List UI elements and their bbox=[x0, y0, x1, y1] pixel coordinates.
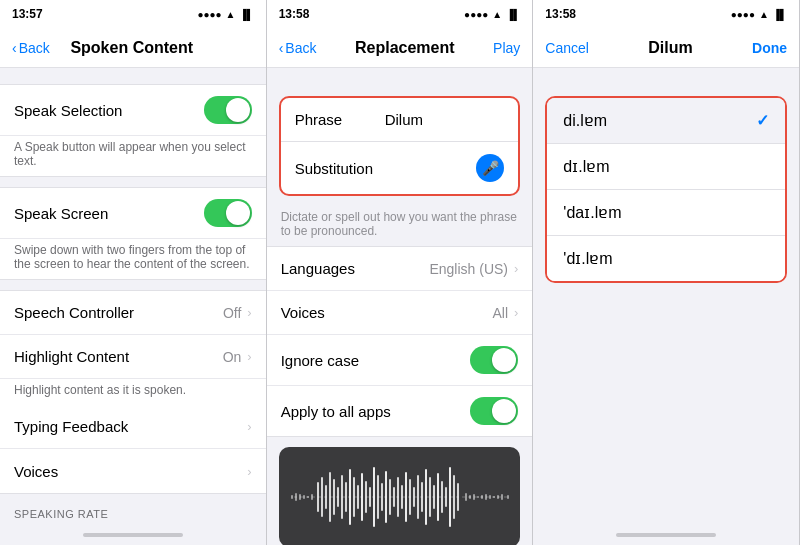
phrase-value[interactable]: Dilum bbox=[385, 111, 505, 128]
voices-label: Voices bbox=[14, 463, 58, 480]
chevron-highlight: › bbox=[247, 349, 251, 364]
voices-label-2: Voices bbox=[281, 304, 325, 321]
status-icons-1: ●●●● ▲ ▐▌ bbox=[197, 9, 253, 20]
svg-rect-3 bbox=[299, 494, 301, 500]
speech-controller-value: Off bbox=[223, 305, 241, 321]
row-speak-selection[interactable]: Speak Selection bbox=[0, 85, 266, 136]
speak-screen-toggle[interactable] bbox=[204, 199, 252, 227]
svg-rect-37 bbox=[437, 473, 439, 521]
picker-item-3[interactable]: 'daɪ.lɐm bbox=[547, 190, 785, 236]
apply-all-toggle[interactable] bbox=[470, 397, 518, 425]
nav-bar-3: Cancel Dilum Done bbox=[533, 28, 799, 68]
back-label-1: Back bbox=[19, 40, 50, 56]
svg-rect-35 bbox=[429, 477, 431, 517]
svg-rect-42 bbox=[457, 483, 459, 511]
svg-rect-53 bbox=[507, 495, 509, 499]
speak-selection-toggle[interactable] bbox=[204, 96, 252, 124]
picker-item-4[interactable]: 'dɪ.lɐm bbox=[547, 236, 785, 281]
row-apply-all[interactable]: Apply to all apps bbox=[267, 386, 533, 436]
svg-rect-14 bbox=[345, 482, 347, 512]
home-indicator-1 bbox=[0, 525, 266, 545]
time-3: 13:58 bbox=[545, 7, 576, 21]
row-voices2[interactable]: Voices All › bbox=[267, 291, 533, 335]
row-typing-feedback[interactable]: Typing Feedback › bbox=[0, 405, 266, 449]
waveform-container bbox=[279, 447, 521, 545]
svg-rect-22 bbox=[377, 475, 379, 519]
svg-rect-6 bbox=[311, 494, 313, 500]
row-voices[interactable]: Voices › bbox=[0, 449, 266, 493]
picker-list: di.lɐm ✓ dɪ.lɐm 'daɪ.lɐm 'dɪ.lɐm bbox=[545, 96, 787, 283]
waveform-svg bbox=[289, 457, 511, 537]
svg-rect-36 bbox=[433, 485, 435, 509]
highlight-label: Highlight Content bbox=[14, 348, 129, 365]
nav-bar-2: ‹ Back Replacement Play bbox=[267, 28, 533, 68]
content-2: Phrase Dilum Substitution 🎤 Dictate or s… bbox=[267, 68, 533, 545]
substitution-label: Substitution bbox=[295, 160, 385, 177]
battery-icon-3: ▐▌ bbox=[773, 9, 787, 20]
voices-value: All bbox=[492, 305, 508, 321]
svg-rect-50 bbox=[493, 496, 495, 498]
row-highlight-content[interactable]: Highlight Content On › bbox=[0, 335, 266, 379]
back-label-2: Back bbox=[285, 40, 316, 56]
status-bar-3: 13:58 ●●●● ▲ ▐▌ bbox=[533, 0, 799, 28]
svg-rect-34 bbox=[425, 469, 427, 525]
phrase-label: Phrase bbox=[295, 111, 385, 128]
nav-title-3: Dilum bbox=[648, 39, 692, 57]
svg-rect-49 bbox=[489, 495, 491, 499]
row-speech-controller[interactable]: Speech Controller Off › bbox=[0, 291, 266, 335]
svg-rect-20 bbox=[369, 487, 371, 507]
content-1: Speak Selection A Speak button will appe… bbox=[0, 68, 266, 525]
back-button-2[interactable]: ‹ Back bbox=[279, 40, 317, 56]
highlight-subtitle: Highlight content as it is spoken. bbox=[0, 379, 266, 405]
svg-rect-17 bbox=[357, 485, 359, 509]
row-speak-screen[interactable]: Speak Screen bbox=[0, 188, 266, 239]
svg-rect-5 bbox=[307, 496, 309, 498]
chevron-voices: › bbox=[247, 464, 251, 479]
picker-item-1[interactable]: di.lɐm ✓ bbox=[547, 98, 785, 144]
row-languages[interactable]: Languages English (US) › bbox=[267, 247, 533, 291]
typing-feedback-label: Typing Feedback bbox=[14, 418, 128, 435]
ignore-case-toggle[interactable] bbox=[470, 346, 518, 374]
highlight-right: On › bbox=[223, 349, 252, 365]
svg-rect-46 bbox=[477, 496, 479, 498]
status-icons-3: ●●●● ▲ ▐▌ bbox=[731, 9, 787, 20]
svg-rect-13 bbox=[341, 475, 343, 519]
back-button-1[interactable]: ‹ Back bbox=[12, 40, 50, 56]
svg-rect-29 bbox=[405, 472, 407, 522]
picker-item-2-text: dɪ.lɐm bbox=[563, 157, 609, 176]
ignore-case-label: Ignore case bbox=[281, 352, 359, 369]
checkmark-icon: ✓ bbox=[756, 111, 769, 130]
battery-icon-2: ▐▌ bbox=[506, 9, 520, 20]
time-1: 13:57 bbox=[12, 7, 43, 21]
replacement-form: Phrase Dilum Substitution 🎤 bbox=[279, 96, 521, 196]
nav-title-2: Replacement bbox=[355, 39, 455, 57]
apply-all-label: Apply to all apps bbox=[281, 403, 391, 420]
signal-icon-3: ●●●● bbox=[731, 9, 755, 20]
svg-rect-26 bbox=[393, 487, 395, 507]
picker-item-2[interactable]: dɪ.lɐm bbox=[547, 144, 785, 190]
wifi-icon-2: ▲ bbox=[492, 9, 502, 20]
svg-rect-7 bbox=[317, 482, 319, 512]
speak-selection-label: Speak Selection bbox=[14, 102, 122, 119]
mic-icon[interactable]: 🎤 bbox=[476, 154, 504, 182]
svg-rect-19 bbox=[365, 481, 367, 513]
languages-right: English (US) › bbox=[429, 261, 518, 277]
signal-icon-2: ●●●● bbox=[464, 9, 488, 20]
svg-rect-44 bbox=[469, 495, 471, 499]
substitution-hint: Dictate or spell out how you want the ph… bbox=[267, 206, 533, 246]
play-button[interactable]: Play bbox=[493, 40, 520, 56]
done-button[interactable]: Done bbox=[752, 40, 787, 56]
toggle-knob-3 bbox=[492, 348, 516, 372]
svg-rect-38 bbox=[441, 481, 443, 513]
svg-rect-32 bbox=[417, 475, 419, 519]
status-bar-1: 13:57 ●●●● ▲ ▐▌ bbox=[0, 0, 266, 28]
svg-rect-24 bbox=[385, 471, 387, 523]
svg-rect-18 bbox=[361, 473, 363, 521]
svg-rect-8 bbox=[321, 477, 323, 517]
row-ignore-case[interactable]: Ignore case bbox=[267, 335, 533, 386]
svg-rect-4 bbox=[303, 495, 305, 499]
chevron-back-icon-2: ‹ bbox=[279, 40, 284, 56]
cancel-button[interactable]: Cancel bbox=[545, 40, 589, 56]
svg-rect-12 bbox=[337, 487, 339, 507]
svg-rect-9 bbox=[325, 485, 327, 509]
